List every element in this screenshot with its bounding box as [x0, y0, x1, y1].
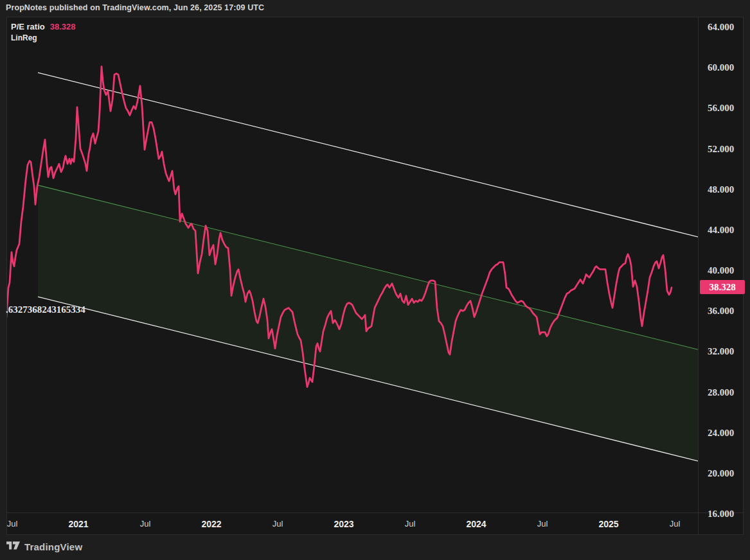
price-tick-label: 24.000 [699, 426, 743, 439]
time-scale-separator [7, 512, 744, 513]
tradingview-snapshot: PropNotes published on TradingView.com, … [0, 0, 750, 560]
time-tick-label: Jul [670, 518, 681, 530]
legend-series-title: P/E ratio [11, 22, 45, 31]
price-badge: 38.328 [700, 280, 745, 294]
price-tick-label: 64.000 [699, 21, 743, 33]
time-tick-label: 2023 [334, 518, 353, 530]
time-tick-label: Jul [140, 518, 151, 530]
price-tick-label: 52.000 [699, 143, 743, 155]
time-tick-label: Jul [405, 518, 416, 530]
attribution-bar: PropNotes published on TradingView.com, … [0, 0, 750, 17]
time-tick-label: 2024 [466, 518, 486, 530]
price-tick-label: 28.000 [699, 386, 743, 399]
partial-price-label: .6327368243165334 [6, 304, 85, 315]
chart-plot-area[interactable] [7, 17, 698, 512]
tradingview-watermark[interactable]: TradingView [6, 541, 82, 552]
tradingview-logo-icon [6, 541, 20, 552]
price-tick-label: 40.000 [699, 264, 743, 277]
price-tick-label: 48.000 [699, 183, 743, 196]
price-tick-label: 16.000 [699, 507, 743, 520]
time-tick-label: Jul [7, 518, 18, 530]
price-tick-label: 32.000 [699, 345, 743, 358]
time-tick-label: 2021 [68, 518, 88, 530]
time-tick-label: 2022 [201, 518, 221, 530]
time-tick-label: 2025 [598, 518, 618, 530]
price-tick-label: 44.000 [699, 223, 743, 236]
price-tick-label: 20.000 [699, 467, 743, 480]
legend-indicator-label: LinReg [11, 33, 37, 42]
legend-indicator-row[interactable]: LinReg [11, 33, 76, 42]
tradingview-wordmark: TradingView [24, 541, 82, 552]
time-tick-label: Jul [272, 518, 283, 530]
attribution-text: PropNotes published on TradingView.com, … [6, 3, 264, 12]
time-tick-label: Jul [537, 518, 548, 530]
legend-series-row[interactable]: P/E ratio 38.328 [11, 22, 76, 31]
legend-series-value: 38.328 [50, 22, 76, 31]
price-tick-label: 36.000 [699, 304, 743, 317]
price-tick-label: 56.000 [699, 101, 743, 114]
legend: P/E ratio 38.328 LinReg [11, 22, 76, 42]
linreg-channel-fill [38, 185, 698, 461]
price-tick-label: 60.000 [699, 61, 743, 74]
